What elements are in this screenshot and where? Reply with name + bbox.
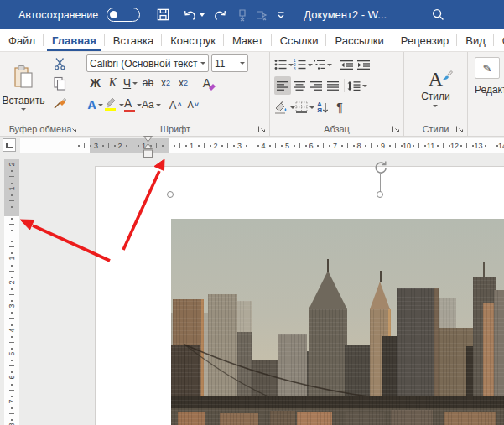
editing-label: Редакти <box>475 84 504 96</box>
tab-рецензир[interactable]: Рецензир <box>392 29 458 51</box>
clipboard-dialog-launcher[interactable] <box>69 125 78 134</box>
tab-вид[interactable]: Вид <box>457 29 494 51</box>
h-ruler-number: 13 <box>474 142 482 150</box>
superscript-button[interactable]: x2 <box>174 74 192 92</box>
paragraph-group-label: Абзац <box>324 124 350 134</box>
format-painter-button[interactable] <box>53 96 67 110</box>
building <box>178 412 205 425</box>
italic-button[interactable]: K <box>104 74 122 92</box>
strikethrough-button[interactable]: ab <box>139 74 157 92</box>
quick-access-customize-icon[interactable] <box>273 8 288 23</box>
clear-formatting-button[interactable]: А <box>198 74 216 92</box>
undo-dropdown-chevron[interactable] <box>200 13 205 17</box>
align-center-button[interactable] <box>291 76 308 95</box>
v-ruler-number: 3 <box>8 304 16 308</box>
vertical-ruler[interactable]: 1212345678 <box>4 159 19 425</box>
tab-stop-selector[interactable] <box>3 138 16 152</box>
tab-макет[interactable]: Макет <box>224 29 272 51</box>
autosave-toggle[interactable] <box>107 8 140 22</box>
tab-файл[interactable]: Файл <box>0 29 44 51</box>
tab-вставка[interactable]: Вставка <box>105 29 162 51</box>
word-window: Автосохранение Документ2 - W... ФайлГлав… <box>0 0 504 425</box>
building <box>297 412 332 425</box>
styles-brush-icon <box>439 70 453 83</box>
editing-icon[interactable]: ✎ <box>475 57 500 79</box>
align-right-button[interactable] <box>308 76 325 95</box>
tab-конструк[interactable]: Конструк <box>162 29 224 51</box>
h-ruler-number: 6 <box>309 142 313 150</box>
font-dialog-launcher[interactable] <box>257 125 267 134</box>
h-ruler-number: 2 <box>117 142 122 150</box>
styles-group-label: Стили <box>423 124 449 134</box>
borders-button[interactable] <box>295 98 314 117</box>
title-bar: Автосохранение Документ2 - W... <box>0 0 504 29</box>
bullets-button[interactable] <box>274 55 294 74</box>
building <box>171 396 504 409</box>
ink-replay-icon <box>253 8 268 23</box>
font-color-button[interactable]: А <box>124 96 142 114</box>
underline-button[interactable]: Ч <box>122 74 139 92</box>
indent-marker[interactable] <box>143 136 153 164</box>
paragraph-dialog-launcher[interactable] <box>392 125 401 134</box>
cut-button[interactable] <box>53 57 67 70</box>
document-workspace: 1231234567891011121314 1212345678 <box>0 137 504 425</box>
ribbon: Вставить Буфер обмена <box>0 52 504 137</box>
shrink-font-button[interactable]: А˅ <box>184 96 202 114</box>
touch-marker-icon <box>235 8 250 23</box>
h-ruler-number: 3 <box>237 142 242 150</box>
building <box>270 411 295 425</box>
save-icon[interactable] <box>155 8 170 23</box>
tab-главная[interactable]: Главная <box>44 29 105 51</box>
redo-icon[interactable] <box>213 8 228 23</box>
image-handle-top-center[interactable] <box>377 191 383 198</box>
text-effects-chevron <box>98 104 103 106</box>
highlight-button[interactable] <box>104 96 124 114</box>
clipboard-group-label: Буфер обмена <box>9 124 72 134</box>
bold-button[interactable]: Ж <box>86 74 104 92</box>
undo-icon[interactable] <box>182 8 197 23</box>
document-page[interactable] <box>95 166 504 425</box>
align-left-button[interactable] <box>274 76 291 95</box>
h-ruler-number: 2 <box>213 142 217 150</box>
styles-button[interactable]: А Стили <box>413 66 459 109</box>
subscript-button[interactable]: x2 <box>157 74 174 92</box>
group-paragraph: 123 <box>270 52 404 136</box>
v-ruler-number: 6 <box>8 376 16 380</box>
group-font: Calibri (Основной текст 11 Ж K Ч ab x2 x… <box>81 52 270 136</box>
rotation-handle-icon[interactable] <box>372 159 388 179</box>
sort-button[interactable]: АЯ <box>314 98 331 117</box>
change-case-button[interactable]: Aa <box>142 96 161 114</box>
paste-label: Вставить <box>3 95 45 106</box>
h-ruler-number: 10 <box>403 142 411 150</box>
text-effects-button[interactable]: А <box>86 96 104 114</box>
copy-button[interactable] <box>53 76 66 91</box>
city-skyline-photo[interactable] <box>171 219 504 425</box>
font-name-combobox[interactable]: Calibri (Основной текст <box>86 54 209 72</box>
group-editing: ✎ Редакти <box>468 52 504 136</box>
grow-font-button[interactable]: А˄ <box>167 96 184 114</box>
search-icon[interactable] <box>430 8 445 23</box>
tab-ссылки[interactable]: Ссылки <box>272 29 327 51</box>
h-ruler-number: 7 <box>333 142 337 150</box>
building <box>391 410 433 425</box>
font-size-value: 11 <box>215 58 238 70</box>
decrease-indent-button[interactable] <box>338 55 355 74</box>
font-name-value: Calibri (Основной текст <box>90 58 199 70</box>
numbering-button[interactable]: 123 <box>294 55 313 74</box>
show-paragraph-marks-button[interactable]: ¶ <box>331 98 348 117</box>
font-size-combobox[interactable]: 11 <box>211 54 248 72</box>
multilevel-list-button[interactable] <box>313 55 332 74</box>
justify-button[interactable] <box>325 76 341 95</box>
tab-справка[interactable]: Справка <box>494 29 504 51</box>
styles-dialog-launcher[interactable] <box>455 125 465 134</box>
tab-рассылки[interactable]: Рассылки <box>326 29 392 51</box>
horizontal-ruler[interactable]: 1231234567891011121314 <box>20 138 504 153</box>
line-spacing-button[interactable] <box>347 76 367 95</box>
h-ruler-number: 3 <box>94 142 98 150</box>
shading-button[interactable] <box>274 98 295 117</box>
styles-button-label: Стили <box>421 91 450 102</box>
image-handle-top-left[interactable] <box>167 191 174 198</box>
document-title: Документ2 - W... <box>304 8 387 21</box>
increase-indent-button[interactable] <box>355 55 372 74</box>
paste-button[interactable]: Вставить <box>2 54 45 122</box>
